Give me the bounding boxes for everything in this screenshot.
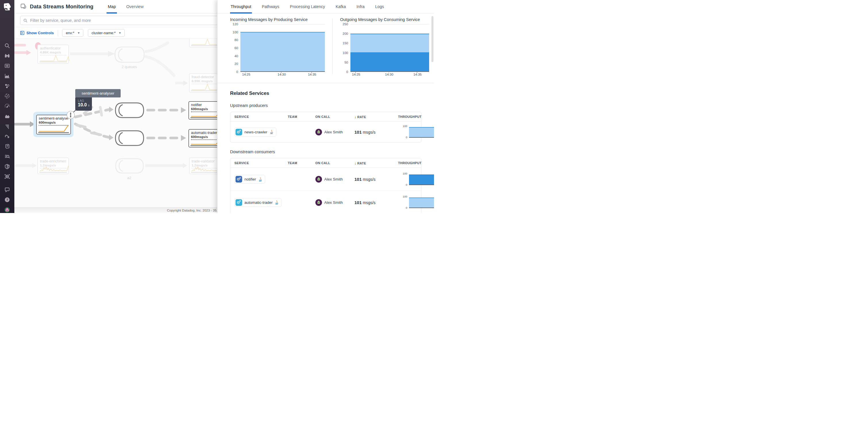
queue-bottom[interactable]	[114, 130, 145, 146]
workflows-icon[interactable]	[4, 133, 10, 139]
upstream-heading: Upstream producers	[230, 103, 434, 108]
panel-scrollbar[interactable]	[431, 16, 433, 62]
queue-2-queues[interactable]	[114, 46, 145, 63]
page-title: Data Streams Monitoring	[30, 3, 93, 10]
avatar	[315, 129, 322, 135]
service-gear-icon: ⚙⚙	[236, 199, 242, 206]
service-chip[interactable]: ⚙⚙ notifier	[235, 175, 265, 184]
lag-label: LAG	[78, 99, 92, 102]
mini-min-label: 0	[402, 206, 407, 209]
node-fraud-detector[interactable]: fraud-detector 8.99K msgs/s	[189, 73, 221, 92]
dashboards-icon[interactable]	[4, 63, 10, 69]
search-icon[interactable]	[4, 43, 10, 49]
log-pipelines-icon[interactable]	[4, 123, 10, 129]
node-baseline	[191, 45, 220, 46]
datadog-logo[interactable]	[3, 2, 12, 12]
service-chip[interactable]: ⚙⚙ automatic-trader	[235, 198, 281, 207]
plot-area	[240, 24, 325, 72]
apm-hexagons-icon[interactable]	[4, 83, 10, 89]
rate-cell: 101 msgs/s	[354, 130, 398, 135]
sparkline	[38, 125, 69, 133]
col-oncall[interactable]: ON CALL	[315, 115, 354, 118]
chevron-down-icon: ▼	[77, 31, 80, 34]
col-rate[interactable]: ↓RATE	[354, 161, 398, 165]
col-throughput[interactable]: THROUGHPUT	[398, 115, 422, 118]
lag-unit: s	[88, 104, 90, 107]
node-title: authenticator	[40, 46, 66, 50]
lag-value: 10.0	[78, 102, 87, 107]
security-shield-icon[interactable]	[4, 164, 10, 169]
mini-min-label: 0	[402, 183, 407, 186]
mini-min-label: 0	[402, 136, 407, 139]
col-service[interactable]: SERVICE	[235, 161, 288, 165]
lag-tooltip: sentiment-analyser LAG 10.0 s	[75, 89, 121, 111]
tab-logs[interactable]: Logs	[375, 0, 384, 13]
node-automatic-trader[interactable]: automatic-trader 600msgs/s	[188, 129, 221, 147]
table-row[interactable]: ⚙⚙ automatic-trader Alex Smith 101 msgs/…	[230, 191, 421, 213]
tab-pathways[interactable]: Pathways	[261, 0, 280, 13]
throughput-charts: Incoming Messages by Producing Service 1…	[217, 13, 434, 77]
help-icon[interactable]: ?	[4, 197, 10, 203]
y-axis: 250200150100500	[340, 22, 348, 74]
node-trade-validator[interactable]: trade-validator 1.2msgs/s	[189, 158, 221, 174]
metrics-icon[interactable]	[4, 73, 10, 79]
global-sidebar: ?	[0, 0, 14, 213]
node-title: trade-validator	[192, 159, 219, 163]
show-controls-button[interactable]: Show Controls	[20, 31, 54, 35]
service-chip[interactable]: ⚙⚙ news-crawler	[235, 127, 276, 137]
table-row[interactable]: ⚙⚙ notifier Alex Smith 101 msgs/s 100 0	[230, 168, 421, 191]
node-partial[interactable]	[189, 39, 222, 48]
tab-overview[interactable]: Overview	[121, 0, 149, 13]
tab-kafka[interactable]: Kafka	[335, 0, 347, 13]
service-checks-icon[interactable]	[4, 93, 10, 99]
col-team[interactable]: TEAM	[288, 161, 315, 165]
divider	[58, 30, 58, 36]
java-icon	[275, 200, 279, 205]
network-globe-icon[interactable]	[4, 174, 10, 179]
service-gear-icon: ⚙⚙	[236, 129, 242, 135]
log-explorer-icon[interactable]	[4, 153, 10, 159]
oncall-cell: Alex Smith	[315, 176, 354, 182]
rate-cell: 101 msgs/s	[354, 177, 398, 182]
data-streams-icon	[20, 3, 27, 10]
rate-cell: 101 msgs/s	[354, 200, 398, 205]
node-title: notifier	[191, 103, 219, 107]
col-oncall[interactable]: ON CALL	[315, 161, 354, 165]
node-sentiment-analyser[interactable]: sentiment-analyser 600msgs/s	[36, 115, 71, 135]
node-trade-enrichment[interactable]: trade-enrichment 1.2msgs/s	[37, 158, 69, 174]
tab-infra[interactable]: Infra	[356, 0, 365, 13]
watchdog-binoculars-icon[interactable]	[4, 53, 10, 59]
tab-processing-latency[interactable]: Processing Latency	[289, 0, 326, 13]
node-authenticator[interactable]: authenticator 4.86K msgs/s	[37, 45, 69, 64]
chevron-down-icon: ▼	[119, 31, 122, 34]
env-filter-dropdown[interactable]: env:* ▼	[62, 29, 83, 37]
chat-icon[interactable]	[4, 187, 10, 193]
app-window: Data Streams Monitoring Map Overview Sho…	[0, 0, 434, 213]
queue-a2[interactable]	[114, 158, 144, 174]
notebooks-icon[interactable]	[4, 143, 10, 149]
downstream-table: SERVICE TEAM ON CALL ↓RATE THROUGHPUT ⚙⚙…	[230, 158, 421, 213]
header-tabs: Map Overview	[102, 0, 149, 13]
upstream-table: SERVICE TEAM ON CALL ↓RATE THROUGHPUT ⚙⚙…	[230, 112, 421, 143]
mini-max-label: 100	[402, 172, 407, 175]
table-row[interactable]: ⚙⚙ news-crawler Alex Smith 101 msgs/s 10…	[230, 121, 421, 142]
integrations-puzzle-icon[interactable]	[4, 113, 10, 119]
monitors-gauge-icon[interactable]	[4, 103, 10, 109]
col-rate[interactable]: ↓RATE	[354, 115, 398, 119]
node-baseline	[38, 132, 69, 133]
tab-throughput[interactable]: Throughput	[230, 0, 252, 13]
node-notifier[interactable]: notifier 600msgs/s	[188, 101, 221, 120]
plot-area	[350, 24, 429, 72]
col-throughput[interactable]: THROUGHPUT	[398, 161, 422, 165]
chart-divider	[332, 19, 333, 74]
oncall-cell: Alex Smith	[315, 199, 354, 206]
mini-max-label: 100	[402, 195, 407, 198]
col-service[interactable]: SERVICE	[235, 115, 288, 118]
details-panel: Throughput Pathways Processing Latency K…	[217, 0, 434, 213]
sort-desc-icon: ↓	[354, 115, 356, 119]
cluster-filter-dropdown[interactable]: cluster-name:* ▼	[88, 29, 125, 37]
col-team[interactable]: TEAM	[288, 115, 315, 118]
user-avatar[interactable]	[4, 207, 10, 213]
node-menu-button[interactable]	[67, 111, 75, 119]
tab-map[interactable]: Map	[102, 0, 121, 13]
